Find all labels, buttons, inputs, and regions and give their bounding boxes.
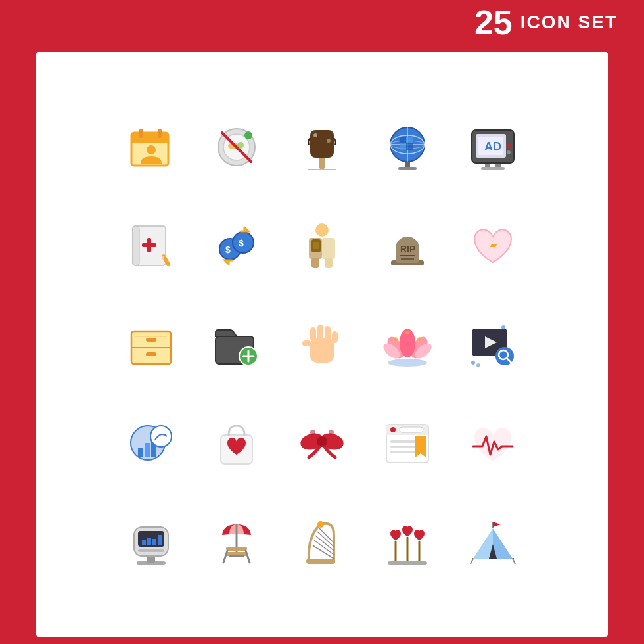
header-title: ICON SET: [520, 12, 618, 33]
icon-calendar-person: [112, 104, 191, 190]
svg-point-103: [317, 436, 327, 447]
icon-hearts-sticks: [368, 499, 447, 584]
icon-stop-hand: [283, 302, 361, 387]
svg-rect-50: [322, 238, 335, 259]
white-card: AD: [36, 52, 608, 637]
svg-rect-2: [131, 133, 168, 143]
svg-text:$: $: [239, 238, 244, 248]
svg-rect-118: [142, 540, 146, 545]
svg-rect-27: [406, 143, 413, 150]
icon-ice-cream: [283, 104, 361, 190]
svg-rect-13: [310, 130, 334, 158]
icon-heart-lightning: [453, 203, 532, 288]
svg-rect-73: [317, 325, 323, 342]
svg-rect-121: [158, 535, 162, 545]
svg-point-84: [417, 337, 421, 341]
svg-rect-110: [400, 427, 423, 432]
svg-point-83: [394, 337, 398, 341]
icon-folder-add: [197, 302, 276, 387]
svg-rect-96: [138, 448, 143, 457]
svg-rect-52: [313, 242, 319, 249]
svg-point-5: [147, 145, 156, 154]
svg-point-36: [507, 144, 511, 148]
icon-chart-globe: [112, 400, 191, 486]
svg-point-104: [310, 430, 315, 435]
svg-rect-129: [306, 559, 335, 564]
icon-dollar-exchange: $ $: [197, 203, 276, 288]
svg-rect-31: [481, 167, 505, 170]
svg-rect-25: [406, 137, 413, 143]
svg-rect-72: [310, 327, 316, 342]
svg-point-105: [329, 430, 334, 435]
icon-no-food: [197, 104, 276, 190]
svg-rect-122: [138, 549, 164, 552]
svg-marker-142: [493, 528, 513, 559]
header-number: 25: [474, 3, 513, 42]
icon-video-search: [453, 302, 532, 387]
svg-rect-4: [158, 129, 162, 138]
icon-medical-book: [112, 203, 191, 288]
icon-beach-chair: [197, 499, 276, 584]
header-bar: 25 ICON SET: [0, 0, 644, 45]
svg-point-85: [405, 331, 409, 334]
svg-point-92: [476, 363, 480, 367]
icon-robot-device: [112, 499, 191, 584]
svg-line-147: [513, 559, 515, 564]
svg-point-11: [244, 131, 252, 139]
svg-rect-65: [146, 352, 156, 356]
svg-line-146: [471, 559, 473, 564]
svg-rect-74: [325, 326, 331, 342]
svg-rect-18: [398, 167, 417, 170]
svg-text:AD: AD: [484, 140, 501, 153]
svg-point-77: [388, 359, 427, 367]
icon-lotus-flower: [368, 302, 447, 387]
outer-container: 25 ICON SET: [0, 0, 644, 644]
icon-drawer-box: [112, 302, 191, 387]
icon-browser-bookmark: [368, 400, 447, 486]
icon-bow-ribbon: [283, 400, 361, 486]
svg-rect-97: [145, 443, 150, 457]
svg-rect-24: [400, 137, 406, 143]
svg-rect-76: [302, 340, 311, 346]
svg-rect-139: [388, 561, 427, 565]
icon-tent-camp: [453, 499, 532, 584]
svg-point-109: [390, 427, 396, 432]
svg-rect-112: [390, 446, 417, 448]
svg-point-15: [327, 139, 331, 143]
icon-heart-rate: [453, 400, 532, 486]
svg-rect-75: [332, 331, 338, 343]
svg-text:$: $: [225, 244, 231, 255]
svg-rect-3: [139, 129, 143, 138]
svg-text:RIP: RIP: [400, 244, 415, 254]
icon-globe: [368, 104, 447, 190]
svg-rect-39: [133, 226, 139, 265]
svg-point-93: [501, 325, 505, 329]
svg-point-37: [507, 150, 511, 154]
icon-shopping-bag-heart: [197, 400, 276, 486]
svg-rect-43: [142, 243, 156, 247]
svg-rect-119: [147, 538, 151, 545]
svg-rect-53: [311, 258, 319, 268]
svg-marker-141: [473, 528, 493, 559]
svg-point-135: [317, 521, 324, 528]
svg-point-14: [313, 133, 317, 137]
svg-point-48: [315, 223, 329, 237]
icon-rip-tombstone: RIP: [368, 203, 447, 288]
svg-point-91: [471, 361, 475, 365]
svg-marker-145: [493, 522, 501, 527]
svg-rect-26: [400, 143, 406, 150]
svg-line-126: [223, 551, 227, 563]
icon-tv-ad: AD: [453, 104, 532, 190]
icon-person-backpack: [283, 203, 361, 288]
svg-point-99: [150, 426, 172, 447]
icon-grid: AD: [112, 101, 532, 587]
svg-line-127: [246, 551, 250, 563]
svg-rect-120: [152, 539, 156, 545]
svg-rect-54: [325, 258, 333, 268]
svg-rect-64: [146, 338, 156, 342]
svg-rect-124: [226, 547, 247, 551]
icon-harp: [283, 499, 361, 584]
